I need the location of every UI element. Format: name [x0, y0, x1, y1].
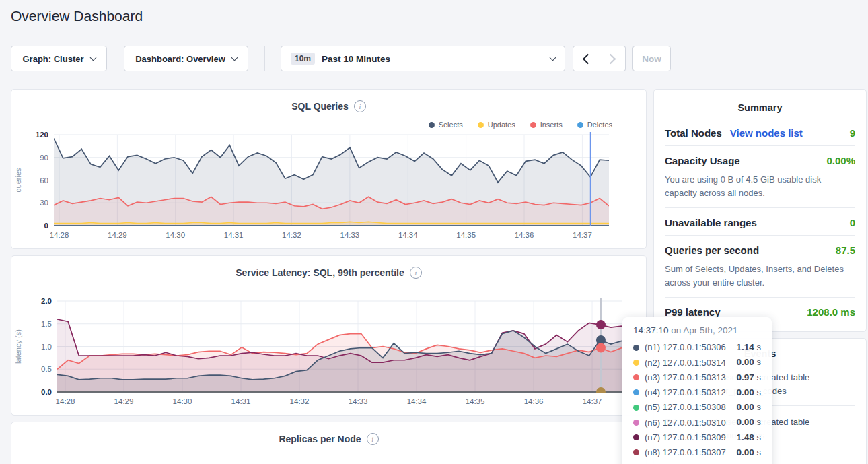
tooltip-row: (n6) 127.0.0.1:503100.00 s: [633, 415, 761, 430]
tooltip-node-name: (n2) 127.0.0.1:50314: [645, 356, 726, 370]
tooltip-node-value: 1.14 s: [737, 340, 761, 355]
series-color-dot-icon: [633, 389, 639, 395]
tooltip-row: (n4) 127.0.0.1:503120.00 s: [633, 385, 761, 400]
sql-queries-legend: SelectsUpdatesInsertsDeletes: [429, 121, 612, 129]
tooltip-row: (n7) 127.0.0.1:503091.48 s: [633, 430, 761, 445]
service-latency-panel: Service Latency: SQL, 99th percentile i …: [11, 255, 647, 416]
summary-heading: Summary: [665, 90, 855, 119]
chevron-right-icon: [606, 53, 616, 64]
series-color-dot-icon: [633, 345, 639, 351]
graph-dropdown[interactable]: Graph: Cluster: [11, 46, 107, 71]
svg-text:14:33: 14:33: [349, 397, 368, 405]
page-title: Overview Dashboard: [11, 8, 143, 24]
svg-text:120: 120: [36, 131, 48, 139]
svg-text:14:35: 14:35: [466, 397, 485, 405]
replicas-per-node-title: Replicas per Node: [279, 434, 361, 444]
svg-text:14:28: 14:28: [56, 397, 75, 405]
total-nodes-value: 9: [850, 127, 855, 139]
service-latency-chart[interactable]: 14:2814:2914:3014:3114:3214:3314:3414:35…: [11, 296, 646, 415]
qps-desc: Sum of Selects, Updates, Inserts, and De…: [665, 263, 855, 297]
chevron-left-icon: [582, 53, 593, 64]
sql-queries-chart[interactable]: 14:2814:2914:3014:3114:3214:3314:3414:35…: [11, 130, 646, 248]
now-button[interactable]: Now: [632, 46, 671, 71]
next-interval-button[interactable]: [599, 46, 626, 71]
tooltip-node-value: 1.48 s: [737, 430, 761, 445]
svg-text:14:32: 14:32: [282, 231, 301, 239]
capacity-usage-desc: You are using 0 B of 4.5 GiB usable disk…: [665, 173, 855, 207]
tooltip-node-value: 0.00 s: [737, 385, 761, 400]
tooltip-node-name: (n4) 127.0.0.1:50312: [645, 385, 726, 399]
series-color-dot-icon: [633, 405, 639, 411]
svg-text:0.5: 0.5: [41, 365, 52, 373]
info-icon[interactable]: i: [354, 100, 366, 112]
dashboard-dropdown-label: Dashboard: Overview: [135, 54, 225, 64]
series-color-dot-icon: [633, 449, 639, 455]
tooltip-node-value: 0.00 s: [737, 355, 761, 370]
graph-dropdown-label: Graph: Cluster: [22, 54, 83, 64]
svg-text:14:29: 14:29: [114, 397, 134, 405]
chevron-down-icon: [89, 55, 96, 61]
svg-text:14:36: 14:36: [524, 397, 544, 405]
tooltip-node-name: (n8) 127.0.0.1:50307: [645, 445, 726, 459]
svg-text:2.0: 2.0: [41, 297, 52, 305]
tooltip-node-value: 0.97 s: [737, 370, 761, 385]
capacity-usage-label: Capacity Usage: [665, 155, 740, 166]
info-icon[interactable]: i: [367, 433, 379, 445]
tooltip-node-name: (n3) 127.0.0.1:50313: [645, 370, 726, 385]
svg-text:0.0: 0.0: [41, 388, 52, 396]
tooltip-row: (n1) 127.0.0.1:503061.14 s: [633, 340, 761, 355]
svg-text:14:37: 14:37: [573, 231, 592, 239]
tooltip-rows: (n1) 127.0.0.1:503061.14 s(n2) 127.0.0.1…: [633, 340, 761, 464]
svg-text:14:36: 14:36: [515, 231, 534, 239]
svg-text:1.5: 1.5: [41, 320, 52, 328]
series-color-dot-icon: [633, 374, 639, 380]
svg-text:14:30: 14:30: [173, 397, 192, 405]
legend-item[interactable]: Updates: [478, 121, 515, 129]
time-range-label: Past 10 Minutes: [322, 54, 390, 64]
service-latency-title: Service Latency: SQL, 99th percentile: [236, 267, 404, 278]
series-color-dot-icon: [478, 122, 484, 128]
view-nodes-link[interactable]: View nodes list: [730, 127, 803, 139]
legend-item[interactable]: Selects: [429, 121, 463, 129]
tooltip-row: (n5) 127.0.0.1:503080.00 s: [633, 400, 761, 415]
series-color-dot-icon: [530, 122, 536, 128]
svg-text:14:28: 14:28: [50, 231, 69, 239]
summary-panel: Summary Total Nodes View nodes list 9 Ca…: [653, 89, 867, 332]
tooltip-node-value: 0.00 s: [737, 400, 761, 415]
p99-latency-value: 1208.0 ms: [807, 306, 855, 318]
prev-interval-button[interactable]: [573, 46, 600, 71]
svg-text:14:31: 14:31: [231, 397, 251, 405]
svg-text:latency (s): latency (s): [14, 329, 22, 364]
series-color-dot-icon: [633, 420, 639, 426]
tooltip-date: on Apr 5th, 2021: [671, 325, 737, 335]
svg-text:14:35: 14:35: [456, 231, 476, 239]
tooltip-node-value: 0.00 s: [737, 460, 761, 464]
sql-queries-title: SQL Queries: [291, 101, 349, 112]
series-color-dot-icon: [633, 360, 639, 366]
legend-label: Updates: [488, 121, 515, 129]
tooltip-row: (n8) 127.0.0.1:503070.00 s: [633, 445, 761, 460]
legend-label: Inserts: [540, 121, 563, 129]
summary-unavailable-row: Unavailable ranges 0: [665, 208, 855, 235]
legend-item[interactable]: Inserts: [530, 121, 563, 129]
svg-text:14:29: 14:29: [108, 231, 127, 239]
summary-qps-row: Queries per second 87.5: [665, 236, 855, 263]
chart-tooltip: 14:37:10 on Apr 5th, 2021 (n1) 127.0.0.1…: [622, 317, 772, 464]
series-color-dot-icon: [577, 122, 583, 128]
legend-label: Deletes: [587, 121, 612, 129]
capacity-usage-value: 0.00%: [826, 155, 855, 166]
svg-text:30: 30: [40, 199, 48, 207]
dashboard-dropdown[interactable]: Dashboard: Overview: [124, 46, 248, 71]
legend-item[interactable]: Deletes: [577, 121, 612, 129]
tooltip-node-name: (n9) 127.0.0.1:50311: [645, 461, 725, 464]
unavailable-ranges-label: Unavailable ranges: [665, 217, 757, 228]
chevron-down-icon: [231, 55, 238, 61]
tooltip-node-name: (n1) 127.0.0.1:50306: [645, 340, 726, 354]
tooltip-row: (n2) 127.0.0.1:503140.00 s: [633, 355, 761, 370]
svg-text:1.0: 1.0: [41, 343, 52, 351]
svg-text:14:32: 14:32: [290, 397, 310, 405]
chevron-down-icon: [550, 55, 556, 61]
svg-text:14:34: 14:34: [398, 231, 418, 239]
info-icon[interactable]: i: [410, 267, 422, 279]
time-range-dropdown[interactable]: 10m Past 10 Minutes: [281, 46, 565, 71]
